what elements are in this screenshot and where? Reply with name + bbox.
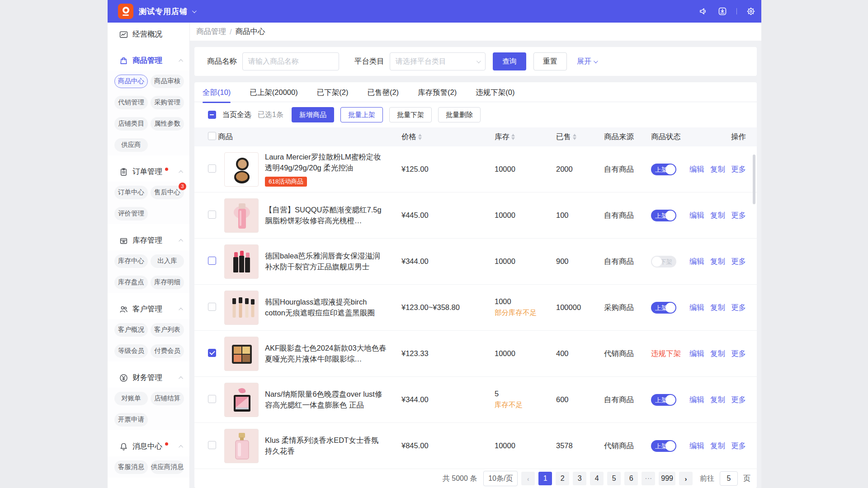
- sidebar-item[interactable]: 商品中心: [114, 75, 148, 88]
- sidebar-item[interactable]: 客服消息: [114, 460, 148, 474]
- copy-link[interactable]: 复制: [710, 257, 725, 267]
- sidebar-item[interactable]: 供应商消息: [151, 460, 184, 474]
- sidebar-item[interactable]: 客户列表: [151, 323, 184, 337]
- sidebar-item[interactable]: 属性参数: [151, 117, 184, 131]
- edit-link[interactable]: 编辑: [689, 349, 704, 359]
- edit-link[interactable]: 编辑: [689, 303, 704, 313]
- batch-up-button[interactable]: 批量上架: [340, 107, 383, 122]
- header-checkbox[interactable]: [208, 132, 216, 140]
- page-button-1[interactable]: 1: [538, 472, 552, 485]
- col-sold[interactable]: 已售: [550, 132, 598, 142]
- sidebar-section-2[interactable]: 商品管理: [108, 51, 189, 70]
- sidebar-item[interactable]: 店铺结算: [151, 392, 184, 405]
- sidebar-item[interactable]: 售后中心3: [151, 186, 184, 199]
- row-checkbox[interactable]: [208, 395, 216, 403]
- status-toggle[interactable]: 上架: [651, 394, 676, 406]
- next-page-button[interactable]: ›: [679, 472, 693, 485]
- more-link[interactable]: 更多: [731, 349, 746, 359]
- product-name[interactable]: 德国balea芭乐雅润唇膏女保湿滋润补水防干裂官方正品旗舰店男士: [265, 251, 387, 272]
- row-checkbox[interactable]: [208, 164, 216, 173]
- sidebar-item[interactable]: 供应商: [114, 138, 148, 152]
- product-name[interactable]: 韩国Hourglass遮瑕液提亮birch cotton无痕遮暇痘痘印遮盖黑眼圈: [265, 297, 387, 319]
- copy-link[interactable]: 复制: [710, 441, 725, 451]
- sidebar-item[interactable]: 客户概况: [114, 323, 148, 337]
- sidebar-item[interactable]: 评价管理: [114, 207, 148, 221]
- page-size-select[interactable]: 10条/页: [483, 471, 518, 486]
- more-link[interactable]: 更多: [731, 441, 746, 451]
- sidebar-item[interactable]: 采购管理: [151, 96, 184, 109]
- sidebar-item[interactable]: 订单中心: [114, 186, 148, 199]
- page-button-2[interactable]: 2: [556, 472, 569, 485]
- product-name-input[interactable]: [242, 52, 339, 70]
- platform-category-select[interactable]: 请选择平台类目: [390, 52, 486, 70]
- tab-3[interactable]: 已下架(2): [317, 88, 349, 103]
- tab-5[interactable]: 库存预警(2): [418, 88, 457, 103]
- sidebar-item[interactable]: 出入库: [151, 254, 184, 268]
- product-name[interactable]: AKF眼影盘七色2024新款03大地色春夏哑光亮片液体牛郎眼影综…: [265, 343, 387, 365]
- speaker-icon[interactable]: [698, 6, 708, 16]
- edit-link[interactable]: 编辑: [689, 211, 704, 221]
- status-toggle[interactable]: 上架: [651, 440, 676, 452]
- col-stock[interactable]: 库存: [488, 132, 550, 142]
- product-name[interactable]: Klus 柔情系列淡香水EDT女士香氛 持久花香: [265, 435, 387, 457]
- tab-2[interactable]: 已上架(20000): [250, 88, 297, 103]
- edit-link[interactable]: 编辑: [689, 441, 704, 451]
- sidebar-item[interactable]: 库存盘点: [114, 276, 148, 289]
- tab-6[interactable]: 违规下架(0): [476, 88, 514, 103]
- product-name[interactable]: 【自营】SUQQU苏酷渐变腮红7.5g胭脂粉饼彩妆修容高光桃橙…: [265, 205, 387, 226]
- status-toggle[interactable]: 下架: [651, 256, 676, 267]
- page-ellipsis[interactable]: ···: [642, 472, 655, 485]
- batch-delete-button[interactable]: 批量删除: [438, 107, 481, 122]
- breadcrumb-parent[interactable]: 商品管理: [196, 27, 226, 37]
- status-toggle[interactable]: 上架: [651, 164, 676, 175]
- status-toggle[interactable]: 上架: [651, 210, 676, 221]
- product-name[interactable]: Laura Mercier罗拉散粉LM蜜粉定妆透明49g/29g/20g 柔光控…: [265, 152, 387, 174]
- copy-link[interactable]: 复制: [710, 303, 725, 313]
- page-button-6[interactable]: 6: [624, 472, 638, 485]
- reset-button[interactable]: 重置: [533, 52, 567, 70]
- select-all-checkbox[interactable]: [208, 111, 216, 119]
- expand-link[interactable]: 展开: [577, 57, 597, 66]
- search-button[interactable]: 查询: [493, 52, 526, 70]
- product-name[interactable]: Nars/纳斯限量6色晚霞盘over lust修容高光腮红一体盘膨胀色 正品: [265, 389, 387, 411]
- sidebar-section-7[interactable]: 消息中心: [108, 436, 189, 456]
- sidebar-section-3[interactable]: 订单管理: [108, 162, 189, 182]
- copy-link[interactable]: 复制: [710, 395, 725, 405]
- more-link[interactable]: 更多: [731, 303, 746, 313]
- edit-link[interactable]: 编辑: [689, 395, 704, 405]
- goto-page-input[interactable]: [720, 471, 738, 486]
- status-toggle[interactable]: 上架: [651, 302, 676, 314]
- sort-icon[interactable]: [573, 134, 576, 140]
- copy-link[interactable]: 复制: [710, 211, 725, 221]
- sort-icon[interactable]: [418, 134, 422, 140]
- add-product-button[interactable]: 新增商品: [292, 107, 334, 122]
- store-name[interactable]: 测试专用店铺: [139, 6, 188, 17]
- row-checkbox[interactable]: [208, 211, 216, 219]
- more-link[interactable]: 更多: [731, 164, 746, 174]
- sidebar-item[interactable]: 对账单: [114, 392, 148, 405]
- edit-link[interactable]: 编辑: [689, 164, 704, 174]
- gear-icon[interactable]: [746, 6, 756, 16]
- prev-page-button[interactable]: ‹: [521, 472, 535, 485]
- sidebar-section-1[interactable]: 经营概况: [108, 24, 189, 44]
- page-button-999[interactable]: 999: [659, 472, 675, 485]
- copy-link[interactable]: 复制: [710, 164, 725, 174]
- edit-link[interactable]: 编辑: [689, 257, 704, 267]
- tab-4[interactable]: 已售罄(2): [367, 88, 399, 103]
- sort-icon[interactable]: [511, 134, 515, 140]
- chevron-down-icon[interactable]: [192, 9, 197, 13]
- more-link[interactable]: 更多: [731, 257, 746, 267]
- row-checkbox[interactable]: [208, 303, 216, 311]
- sidebar-item[interactable]: 付费会员: [151, 344, 184, 358]
- row-checkbox[interactable]: [208, 349, 216, 357]
- sidebar-item[interactable]: 等级会员: [114, 344, 148, 358]
- sidebar-item[interactable]: 开票申请: [114, 413, 148, 427]
- more-link[interactable]: 更多: [731, 395, 746, 405]
- sidebar-item[interactable]: 库存明细: [151, 276, 184, 289]
- row-checkbox[interactable]: [208, 257, 216, 265]
- page-button-5[interactable]: 5: [607, 472, 621, 485]
- sidebar-section-4[interactable]: 库存管理: [108, 230, 189, 250]
- download-icon[interactable]: [717, 6, 727, 16]
- sidebar-section-5[interactable]: 客户管理: [108, 299, 189, 319]
- page-button-3[interactable]: 3: [573, 472, 586, 485]
